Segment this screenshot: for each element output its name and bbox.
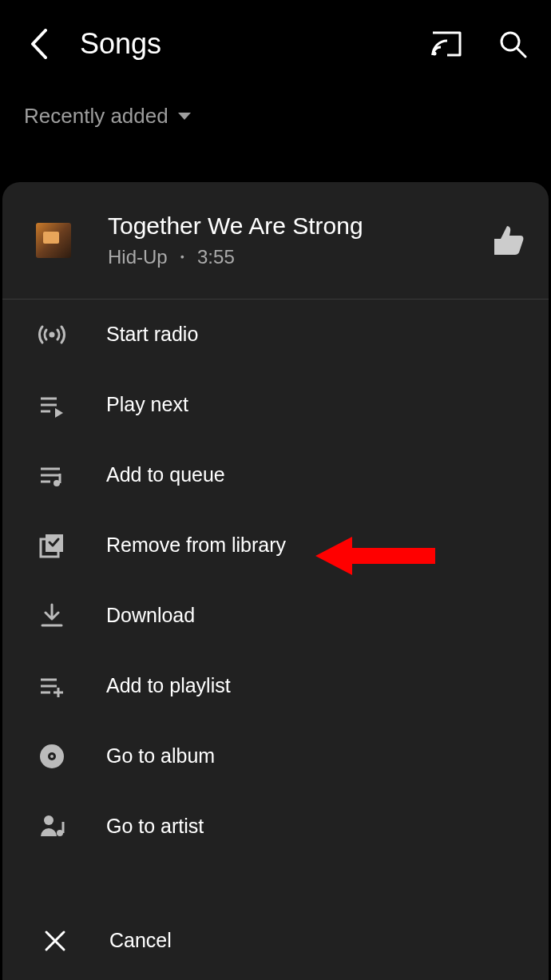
menu-item-start-radio[interactable]: Start radio bbox=[2, 300, 549, 370]
menu-label: Add to queue bbox=[106, 463, 225, 486]
menu-item-remove-from-library[interactable]: Remove from library bbox=[2, 510, 549, 581]
menu-label: Start radio bbox=[106, 323, 198, 346]
menu-item-go-to-album[interactable]: Go to album bbox=[2, 721, 549, 792]
song-title: Together We Are Strong bbox=[108, 211, 475, 241]
download-icon bbox=[36, 600, 68, 632]
search-button[interactable] bbox=[498, 30, 527, 58]
library-check-icon bbox=[36, 530, 68, 561]
menu-item-play-next[interactable]: Play next bbox=[2, 370, 549, 440]
like-button[interactable] bbox=[491, 224, 525, 256]
thumbs-up-icon bbox=[491, 224, 525, 256]
menu-label: Add to playlist bbox=[106, 674, 231, 697]
chevron-left-icon bbox=[30, 29, 47, 59]
menu-item-add-to-playlist[interactable]: Add to playlist bbox=[2, 651, 549, 721]
page-title: Songs bbox=[80, 27, 431, 61]
menu-label: Go to album bbox=[106, 744, 215, 768]
svg-line-2 bbox=[517, 49, 525, 57]
album-icon bbox=[36, 740, 68, 772]
queue-icon bbox=[36, 459, 68, 491]
close-icon bbox=[42, 925, 68, 957]
sort-label: Recently added bbox=[24, 104, 168, 129]
menu-label: Play next bbox=[106, 393, 188, 416]
menu-item-add-to-queue[interactable]: Add to queue bbox=[2, 440, 549, 510]
svg-point-22 bbox=[50, 755, 54, 758]
menu-label: Go to artist bbox=[106, 815, 204, 838]
artist-icon bbox=[36, 811, 68, 843]
sort-dropdown[interactable]: Recently added bbox=[0, 88, 551, 146]
album-art bbox=[36, 223, 71, 258]
song-info: Together We Are Strong Hid-Up ・ 3:55 bbox=[108, 211, 475, 270]
bottom-sheet: Together We Are Strong Hid-Up ・ 3:55 Sta… bbox=[2, 182, 549, 980]
cast-button[interactable] bbox=[431, 31, 462, 57]
menu-item-go-to-artist[interactable]: Go to artist bbox=[2, 792, 549, 862]
radio-icon bbox=[36, 319, 68, 351]
svg-point-0 bbox=[433, 52, 437, 56]
playlist-add-icon bbox=[36, 670, 68, 702]
song-header: Together We Are Strong Hid-Up ・ 3:55 bbox=[2, 182, 549, 300]
menu-item-download[interactable]: Download bbox=[2, 581, 549, 651]
svg-point-3 bbox=[50, 331, 55, 337]
cast-icon bbox=[431, 31, 462, 57]
menu-label: Download bbox=[106, 604, 195, 627]
search-icon bbox=[498, 30, 527, 58]
svg-point-23 bbox=[44, 815, 54, 825]
menu-label: Remove from library bbox=[106, 534, 286, 557]
play-next-icon bbox=[36, 389, 68, 421]
header-actions bbox=[431, 30, 527, 58]
app-header: Songs bbox=[0, 0, 551, 88]
menu-list: Start radio Play next Add to queue Remov… bbox=[2, 300, 549, 901]
cancel-label: Cancel bbox=[109, 929, 172, 952]
song-subtitle: Hid-Up ・ 3:55 bbox=[108, 244, 475, 270]
cancel-button[interactable]: Cancel bbox=[2, 900, 549, 980]
svg-point-1 bbox=[501, 33, 519, 50]
back-button[interactable] bbox=[24, 30, 53, 58]
chevron-down-icon bbox=[176, 111, 192, 122]
